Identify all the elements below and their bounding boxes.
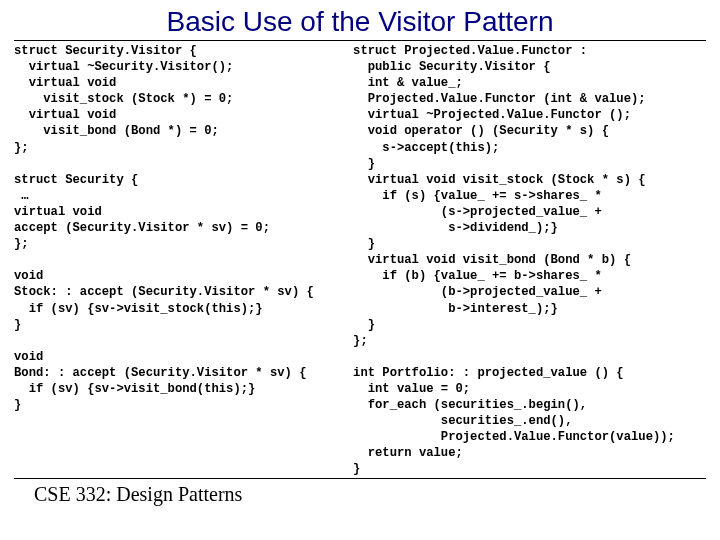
footer-text: CSE 332: Design Patterns xyxy=(0,479,720,506)
code-columns: struct Security.Visitor { virtual ~Secur… xyxy=(0,41,720,478)
code-left: struct Security.Visitor { virtual ~Secur… xyxy=(14,43,353,478)
slide: Basic Use of the Visitor Pattern struct … xyxy=(0,0,720,540)
code-right: struct Projected.Value.Functor : public … xyxy=(353,43,706,478)
page-title: Basic Use of the Visitor Pattern xyxy=(0,0,720,40)
